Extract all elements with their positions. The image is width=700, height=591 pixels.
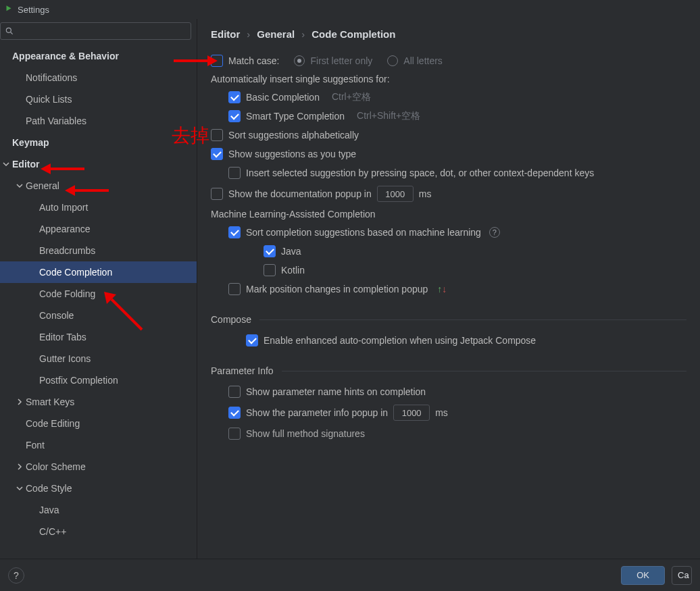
chevron-down-icon bbox=[15, 485, 24, 492]
param-hints-checkbox[interactable] bbox=[228, 386, 241, 398]
tree-item-code-style[interactable]: Code Style bbox=[0, 478, 197, 499]
tree-item-label: Console bbox=[39, 310, 74, 321]
ml-kotlin-checkbox[interactable] bbox=[264, 264, 276, 276]
breadcrumb-general[interactable]: General bbox=[257, 28, 295, 40]
ml-java-label: Java bbox=[281, 246, 301, 257]
all-letters-label: All letters bbox=[403, 55, 443, 66]
param-popup-label: Show the parameter info popup in bbox=[246, 407, 388, 418]
all-letters-radio[interactable] bbox=[387, 55, 398, 66]
first-letter-radio[interactable] bbox=[294, 55, 305, 66]
tree-item-label: General bbox=[26, 180, 59, 191]
tree-item-label: Quick Lists bbox=[26, 94, 72, 105]
tree-item-code-editing[interactable]: Code Editing bbox=[0, 413, 197, 434]
match-case-checkbox[interactable] bbox=[211, 55, 223, 67]
tree-item-label: Smart Keys bbox=[26, 396, 74, 407]
window-title: Settings bbox=[18, 5, 49, 15]
ml-sort-label: Sort completion suggestions based on mac… bbox=[246, 227, 481, 238]
tree-item-breadcrumbs[interactable]: Breadcrumbs bbox=[0, 240, 197, 261]
tree-item-smart-keys[interactable]: Smart Keys bbox=[0, 391, 197, 413]
first-letter-label: First letter only bbox=[310, 55, 372, 66]
sort-alpha-label: Sort suggestions alphabetically bbox=[228, 130, 359, 140]
show-as-type-label: Show suggestions as you type bbox=[228, 149, 356, 159]
param-popup-input[interactable] bbox=[393, 405, 430, 421]
tree-item-notifications[interactable]: Notifications bbox=[0, 67, 197, 88]
show-doc-unit: ms bbox=[419, 188, 432, 199]
tree-item-quick-lists[interactable]: Quick Lists bbox=[0, 88, 197, 110]
ml-section-label: Machine Learning-Assisted Completion bbox=[211, 209, 686, 220]
cancel-button[interactable]: Ca bbox=[672, 566, 692, 585]
search-input[interactable] bbox=[17, 26, 186, 36]
mark-position-checkbox[interactable] bbox=[228, 283, 241, 295]
ml-sort-checkbox[interactable] bbox=[228, 226, 241, 238]
tree-item-gutter-icons[interactable]: Gutter Icons bbox=[0, 348, 197, 369]
tree-item-label: Notifications bbox=[26, 72, 77, 83]
tree-item-editor-tabs[interactable]: Editor Tabs bbox=[0, 326, 197, 348]
tree-item-label: Path Variables bbox=[26, 115, 86, 126]
tree-item-console[interactable]: Console bbox=[0, 305, 197, 326]
tree-item-label: Breadcrumbs bbox=[39, 245, 95, 256]
tree-item-label: Keymap bbox=[12, 137, 49, 148]
chevron-right-icon bbox=[15, 399, 24, 405]
basic-completion-label: Basic Completion bbox=[246, 92, 320, 103]
basic-completion-shortcut: Ctrl+空格 bbox=[332, 91, 371, 103]
auto-insert-label: Automatically insert single suggestions … bbox=[211, 74, 686, 84]
tree-item-code-folding[interactable]: Code Folding bbox=[0, 283, 197, 305]
tree-item-label: Postfix Completion bbox=[39, 375, 118, 386]
tree-item-general[interactable]: General bbox=[0, 175, 197, 197]
smart-type-label: Smart Type Completion bbox=[246, 111, 345, 122]
chevron-down-icon bbox=[15, 182, 24, 189]
tree-item-appearance[interactable]: Appearance bbox=[0, 218, 197, 240]
insert-selected-checkbox[interactable] bbox=[228, 167, 241, 179]
tree-item-label: Code Editing bbox=[26, 418, 80, 429]
svg-line-1 bbox=[11, 32, 13, 34]
param-hints-label: Show parameter name hints on completion bbox=[246, 386, 426, 397]
smart-type-checkbox[interactable] bbox=[228, 110, 241, 122]
tree-item-keymap[interactable]: Keymap bbox=[0, 132, 197, 153]
ml-java-checkbox[interactable] bbox=[264, 245, 276, 257]
tree-item-editor[interactable]: Editor bbox=[0, 153, 197, 175]
full-sig-label: Show full method signatures bbox=[246, 428, 365, 439]
tree-item-font[interactable]: Font bbox=[0, 434, 197, 456]
titlebar: Settings bbox=[0, 0, 700, 19]
basic-completion-checkbox[interactable] bbox=[228, 91, 241, 103]
tree-item-postfix-completion[interactable]: Postfix Completion bbox=[0, 369, 197, 391]
tree-item-label: Font bbox=[26, 440, 45, 451]
show-as-type-checkbox[interactable] bbox=[211, 148, 223, 160]
insert-selected-label: Insert selected suggestion by pressing s… bbox=[246, 168, 594, 178]
tree-item-label: Gutter Icons bbox=[39, 353, 91, 364]
compose-enable-checkbox[interactable] bbox=[246, 334, 258, 346]
tree-item-java[interactable]: Java bbox=[0, 499, 197, 521]
search-box[interactable] bbox=[0, 22, 191, 40]
breadcrumb: Editor › General › Code Completion bbox=[211, 28, 686, 40]
tree-item-c-c-[interactable]: C/C++ bbox=[0, 521, 197, 542]
full-sig-checkbox[interactable] bbox=[228, 428, 241, 440]
tree-item-auto-import[interactable]: Auto Import bbox=[0, 197, 197, 218]
tree-item-label: Code Style bbox=[26, 483, 72, 494]
ml-kotlin-label: Kotlin bbox=[281, 265, 305, 276]
tree-item-label: Editor Tabs bbox=[39, 332, 86, 342]
compose-enable-label: Enable enhanced auto-completion when usi… bbox=[264, 335, 536, 346]
chevron-right-icon bbox=[15, 463, 24, 470]
tree-item-code-completion[interactable]: Code Completion bbox=[0, 261, 197, 283]
tree-item-color-scheme[interactable]: Color Scheme bbox=[0, 456, 197, 478]
tree-item-label: Code Completion bbox=[39, 267, 112, 278]
sort-alpha-checkbox[interactable] bbox=[211, 129, 223, 141]
param-popup-checkbox[interactable] bbox=[228, 407, 241, 419]
breadcrumb-editor[interactable]: Editor bbox=[211, 28, 240, 40]
tree-item-label: Code Folding bbox=[39, 288, 95, 299]
compose-section-title: Compose bbox=[211, 314, 251, 325]
param-popup-unit: ms bbox=[435, 407, 448, 418]
help-button[interactable]: ? bbox=[8, 567, 24, 584]
footer: ? OK Ca bbox=[0, 559, 700, 591]
settings-tree[interactable]: Appearance & BehaviorNotificationsQuick … bbox=[0, 45, 197, 559]
ok-button[interactable]: OK bbox=[621, 566, 665, 585]
help-icon[interactable]: ? bbox=[489, 227, 500, 238]
sidebar: Appearance & BehaviorNotificationsQuick … bbox=[0, 19, 197, 559]
param-section-title: Parameter Info bbox=[211, 365, 274, 376]
show-doc-input[interactable] bbox=[377, 186, 414, 202]
tree-item-label: Color Scheme bbox=[26, 461, 86, 472]
tree-item-label: Java bbox=[39, 505, 59, 515]
tree-item-path-variables[interactable]: Path Variables bbox=[0, 110, 197, 132]
show-doc-checkbox[interactable] bbox=[211, 188, 223, 200]
tree-item-appearance-behavior[interactable]: Appearance & Behavior bbox=[0, 45, 197, 67]
